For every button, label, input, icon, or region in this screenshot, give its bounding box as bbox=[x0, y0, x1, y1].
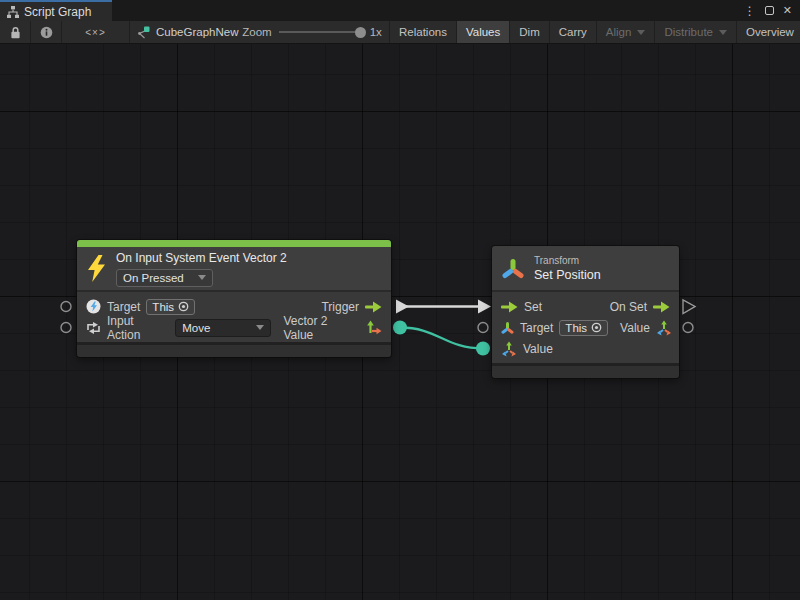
titlebar-drag-area bbox=[112, 0, 744, 21]
port-row-target: Target This Value bbox=[492, 317, 679, 338]
input-system-icon bbox=[86, 299, 101, 314]
dim-button[interactable]: Dim bbox=[510, 21, 549, 43]
node-on-input-system-event[interactable]: On Input System Event Vector 2 On Presse… bbox=[77, 240, 391, 357]
port-label: Target bbox=[520, 321, 553, 335]
close-icon[interactable]: ✕ bbox=[783, 5, 792, 16]
vector2-icon bbox=[366, 320, 382, 336]
node-footer bbox=[77, 345, 391, 357]
graph-asset-icon bbox=[136, 26, 150, 39]
object-picker-icon bbox=[178, 301, 189, 312]
node-category: Transform bbox=[534, 255, 601, 266]
zoom-slider-knob[interactable] bbox=[355, 27, 366, 38]
this-chip[interactable]: This bbox=[559, 320, 608, 336]
port-row-set: Set On Set bbox=[492, 296, 679, 317]
port-target-input[interactable] bbox=[61, 302, 71, 312]
graph-name[interactable]: CubeGraphNew bbox=[130, 21, 235, 43]
tab-title: Script Graph bbox=[24, 5, 91, 19]
port-label: Value bbox=[620, 321, 650, 335]
distribute-button[interactable]: Distribute bbox=[655, 21, 737, 43]
port-label: Vector 2 Value bbox=[283, 314, 360, 342]
vector3-icon bbox=[656, 320, 672, 336]
transform-mini-icon bbox=[501, 321, 514, 335]
port-label: Input Action bbox=[107, 314, 169, 342]
this-chip[interactable]: This bbox=[146, 299, 195, 315]
port-label: Set bbox=[524, 300, 542, 314]
window-menu-icon[interactable]: ⋮ bbox=[744, 5, 756, 17]
object-picker-icon bbox=[591, 322, 602, 333]
window-titlebar: Script Graph ⋮ ✕ bbox=[0, 0, 800, 21]
port-label: Target bbox=[107, 300, 140, 314]
event-type-dropdown[interactable]: On Pressed bbox=[116, 269, 213, 287]
script-graph-icon bbox=[7, 6, 19, 18]
port-value-input[interactable] bbox=[476, 342, 490, 356]
tab-script-graph[interactable]: Script Graph bbox=[0, 0, 112, 21]
node-title: Set Position bbox=[534, 268, 601, 282]
info-icon bbox=[40, 26, 53, 39]
zoom-value: 1x bbox=[370, 26, 382, 38]
wire-vector2-to-value[interactable] bbox=[400, 328, 483, 349]
input-action-icon bbox=[86, 321, 101, 335]
relations-button[interactable]: Relations bbox=[390, 21, 457, 43]
flow-arrow-icon bbox=[501, 301, 518, 313]
graph-canvas[interactable]: On Input System Event Vector 2 On Presse… bbox=[0, 44, 800, 600]
chevron-down-icon bbox=[198, 275, 206, 280]
node-footer bbox=[492, 366, 679, 378]
flow-arrow-icon bbox=[653, 301, 670, 313]
port-trigger-output[interactable] bbox=[396, 300, 409, 314]
zoom-label: Zoom bbox=[242, 26, 271, 38]
port-input-action-input[interactable] bbox=[61, 323, 71, 333]
vector3-icon bbox=[501, 341, 517, 357]
flow-arrow-icon bbox=[365, 301, 382, 313]
port-set-input[interactable] bbox=[478, 300, 491, 314]
port-label: Trigger bbox=[321, 300, 359, 314]
maximize-icon[interactable] bbox=[765, 6, 774, 15]
chevron-down-icon bbox=[719, 30, 727, 35]
lock-button[interactable] bbox=[0, 21, 31, 43]
node-set-position[interactable]: Transform Set Position Set On Set bbox=[492, 246, 679, 378]
port-vector2-output[interactable] bbox=[393, 321, 407, 335]
port-target2-input[interactable] bbox=[478, 323, 488, 333]
graph-toolbar: <×> CubeGraphNew Zoom 1x Relations Value… bbox=[0, 21, 800, 44]
transform-icon bbox=[501, 255, 525, 282]
event-accent-bar bbox=[77, 240, 391, 247]
zoom-slider[interactable] bbox=[279, 31, 363, 33]
chevron-down-icon bbox=[256, 325, 264, 330]
lightning-bolt-icon bbox=[86, 255, 107, 282]
port-value-output[interactable] bbox=[683, 323, 693, 333]
port-on-set-output[interactable] bbox=[683, 300, 695, 314]
node-title: On Input System Event Vector 2 bbox=[116, 251, 287, 265]
port-row-input-action: Input Action Move Vector 2 Value bbox=[77, 317, 391, 338]
align-button[interactable]: Align bbox=[597, 21, 656, 43]
lock-icon bbox=[10, 26, 21, 39]
chevron-down-icon bbox=[637, 30, 645, 35]
zoom-control: Zoom 1x bbox=[235, 21, 390, 43]
values-button[interactable]: Values bbox=[457, 21, 510, 43]
carry-button[interactable]: Carry bbox=[550, 21, 597, 43]
code-view-button[interactable]: <×> bbox=[62, 21, 130, 43]
port-label: Value bbox=[523, 342, 553, 356]
input-action-dropdown[interactable]: Move bbox=[175, 319, 271, 337]
port-label: On Set bbox=[610, 300, 647, 314]
graph-name-label: CubeGraphNew bbox=[156, 26, 238, 38]
info-button[interactable] bbox=[31, 21, 62, 43]
overview-button[interactable]: Overview bbox=[737, 21, 800, 43]
port-row-value: Value bbox=[492, 338, 679, 359]
